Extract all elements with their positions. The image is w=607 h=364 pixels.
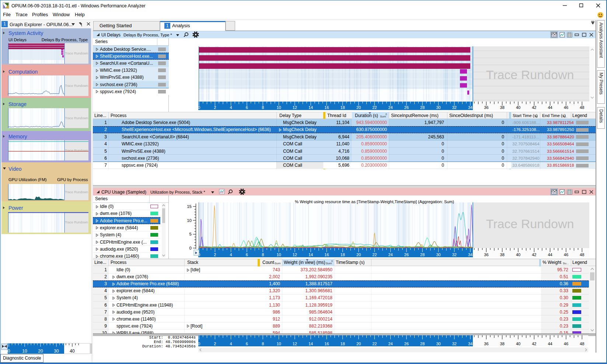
svg-text:28: 28 xyxy=(420,252,425,257)
svg-text:10: 10 xyxy=(276,252,281,257)
svg-text:4: 4 xyxy=(230,252,232,257)
svg-text:40: 40 xyxy=(516,105,520,110)
svg-text:Trace Rundown: Trace Rundown xyxy=(65,149,88,152)
svg-text:14: 14 xyxy=(308,105,313,110)
svg-text:26: 26 xyxy=(404,105,409,110)
svg-text:46: 46 xyxy=(564,342,568,346)
svg-text:Trace Rundown: Trace Rundown xyxy=(486,68,574,82)
svg-text:24: 24 xyxy=(388,105,393,110)
svg-text:46: 46 xyxy=(564,105,568,110)
svg-text:22: 22 xyxy=(372,252,377,257)
svg-text:4: 4 xyxy=(230,342,232,346)
svg-text:44: 44 xyxy=(548,252,552,257)
svg-text:6: 6 xyxy=(246,252,248,257)
svg-text:34: 34 xyxy=(468,105,472,110)
svg-text:30: 30 xyxy=(54,349,59,354)
svg-text:20: 20 xyxy=(356,342,361,346)
svg-text:18: 18 xyxy=(341,342,345,346)
svg-text:Trace Rundown: Trace Rundown xyxy=(65,116,88,120)
svg-text:40: 40 xyxy=(516,252,520,257)
svg-text:Trace Rundown: Trace Rundown xyxy=(65,190,88,194)
svg-text:0: 0 xyxy=(189,246,192,250)
svg-text:46: 46 xyxy=(564,252,568,257)
svg-text:0: 0 xyxy=(8,349,10,354)
svg-text:36: 36 xyxy=(484,342,488,346)
svg-text:14: 14 xyxy=(308,342,313,346)
svg-text:0: 0 xyxy=(198,105,200,110)
svg-text:% Weight using resource time a: % Weight using resource time as [TimeSta… xyxy=(295,199,454,204)
svg-text:22: 22 xyxy=(372,342,377,346)
svg-text:16: 16 xyxy=(324,252,329,257)
svg-text:18: 18 xyxy=(341,252,345,257)
svg-text:26: 26 xyxy=(404,252,409,257)
svg-text:6: 6 xyxy=(246,342,248,346)
svg-text:8: 8 xyxy=(262,105,264,110)
svg-text:44: 44 xyxy=(548,105,552,110)
svg-text:22: 22 xyxy=(372,105,377,110)
svg-text:2: 2 xyxy=(214,342,216,346)
svg-text:10: 10 xyxy=(276,342,281,346)
svg-text:24: 24 xyxy=(388,252,393,257)
svg-text:0: 0 xyxy=(198,342,200,346)
svg-text:48: 48 xyxy=(580,252,584,257)
svg-text:48: 48 xyxy=(580,342,584,346)
svg-text:20: 20 xyxy=(356,252,361,257)
svg-text:38: 38 xyxy=(500,105,505,110)
svg-text:15: 15 xyxy=(187,204,192,209)
svg-text:10: 10 xyxy=(187,218,192,223)
svg-text:12: 12 xyxy=(293,252,297,257)
svg-text:16: 16 xyxy=(324,105,329,110)
svg-text:Trace Rundown: Trace Rundown xyxy=(65,84,88,88)
svg-text:40: 40 xyxy=(70,349,75,354)
svg-text:8: 8 xyxy=(262,252,264,257)
svg-text:Trace Rundown: Trace Rundown xyxy=(486,217,574,231)
svg-text:2: 2 xyxy=(214,252,216,257)
svg-text:30: 30 xyxy=(436,105,440,110)
svg-text:20: 20 xyxy=(38,349,43,354)
svg-text:20: 20 xyxy=(356,105,361,110)
svg-text:34: 34 xyxy=(468,342,472,346)
svg-text:Trace Rundown: Trace Rundown xyxy=(65,52,88,55)
svg-text:6: 6 xyxy=(246,105,248,110)
svg-text:32: 32 xyxy=(452,252,457,257)
svg-text:42: 42 xyxy=(532,342,536,346)
svg-text:38: 38 xyxy=(500,252,505,257)
svg-text:48: 48 xyxy=(580,105,584,110)
svg-text:8: 8 xyxy=(262,342,264,346)
svg-text:38: 38 xyxy=(500,342,505,346)
svg-text:32: 32 xyxy=(452,105,457,110)
svg-text:10: 10 xyxy=(22,349,27,354)
svg-text:Trace Rundown: Trace Rundown xyxy=(65,220,88,224)
svg-text:36: 36 xyxy=(484,105,488,110)
svg-text:5: 5 xyxy=(189,232,192,236)
svg-text:12: 12 xyxy=(293,105,297,110)
svg-text:16: 16 xyxy=(324,342,329,346)
svg-text:30: 30 xyxy=(436,252,440,257)
svg-text:42: 42 xyxy=(532,252,536,257)
svg-text:30: 30 xyxy=(436,342,440,346)
svg-text:42: 42 xyxy=(532,105,536,110)
svg-text:34: 34 xyxy=(468,252,472,257)
svg-text:12: 12 xyxy=(293,342,297,346)
svg-text:4: 4 xyxy=(230,105,232,110)
svg-text:36: 36 xyxy=(484,252,488,257)
svg-text:2: 2 xyxy=(214,105,216,110)
svg-text:44: 44 xyxy=(548,342,552,346)
svg-text:32: 32 xyxy=(452,342,457,346)
svg-text:18: 18 xyxy=(341,105,345,110)
svg-text:40: 40 xyxy=(516,342,520,346)
svg-text:10: 10 xyxy=(276,105,281,110)
svg-text:28: 28 xyxy=(420,105,425,110)
svg-text:26: 26 xyxy=(404,342,409,346)
svg-text:24: 24 xyxy=(388,342,393,346)
svg-text:28: 28 xyxy=(420,342,425,346)
svg-text:14: 14 xyxy=(308,252,313,257)
